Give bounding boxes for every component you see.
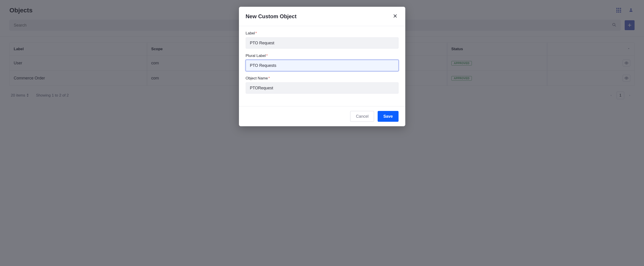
close-icon bbox=[393, 14, 398, 19]
new-object-modal: New Custom Object Label* Plural Label* bbox=[239, 7, 405, 126]
field-plural-label: Plural Label* bbox=[246, 54, 398, 71]
modal-header: New Custom Object bbox=[239, 7, 405, 26]
modal-title: New Custom Object bbox=[246, 13, 297, 20]
field-object-name: Object Name* bbox=[246, 76, 398, 94]
plural-label-label: Plural Label* bbox=[246, 54, 398, 58]
label-input[interactable] bbox=[246, 37, 398, 49]
required-mark: * bbox=[255, 31, 257, 35]
field-label: Label* bbox=[246, 31, 398, 49]
label-label: Label* bbox=[246, 31, 398, 36]
cancel-button[interactable]: Cancel bbox=[350, 111, 374, 122]
object-name-input[interactable] bbox=[246, 82, 398, 94]
modal-overlay[interactable]: New Custom Object Label* Plural Label* bbox=[0, 0, 644, 266]
modal-body: Label* Plural Label* Object Name* bbox=[239, 26, 405, 106]
required-mark: * bbox=[268, 76, 270, 80]
plural-label-input[interactable] bbox=[246, 60, 398, 71]
required-mark: * bbox=[266, 54, 268, 58]
object-name-label: Object Name* bbox=[246, 76, 398, 81]
save-button[interactable]: Save bbox=[378, 111, 398, 122]
close-button[interactable] bbox=[392, 13, 398, 20]
modal-footer: Cancel Save bbox=[239, 106, 405, 126]
